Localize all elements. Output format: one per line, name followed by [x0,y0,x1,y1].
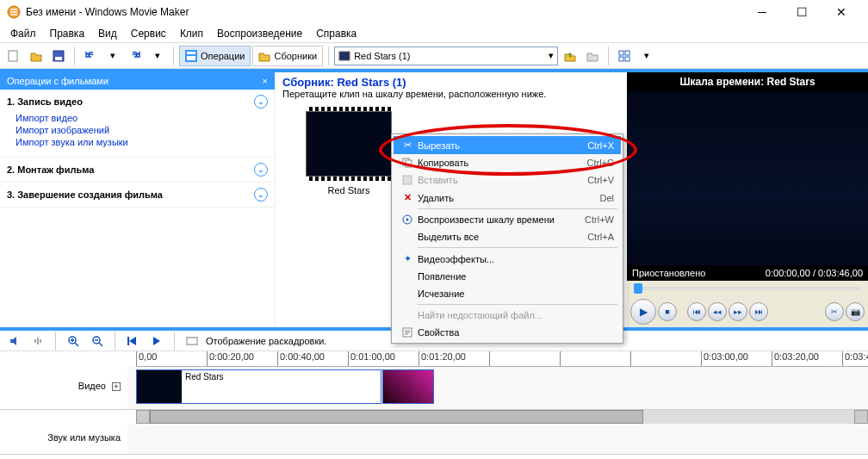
minimize-button[interactable]: ─ [742,0,782,24]
separator [55,332,56,350]
svg-rect-9 [625,51,629,55]
tasks-header-label: Операции с фильмами [7,76,108,86]
ruler-tick: 0:01:20,00 [418,351,489,366]
view-drop[interactable]: ▾ [636,46,657,66]
cm-fade-out[interactable]: Исчезание [394,285,621,302]
split-button[interactable]: ✂ [825,302,844,321]
task-section-1[interactable]: 1. Запись видео ⌄ [7,95,268,109]
cm-fade-in[interactable]: Появление [394,268,621,285]
link-import-video[interactable]: Импорт видео [16,112,268,124]
video-track-content[interactable]: Red Stars [127,367,868,409]
menu-clip[interactable]: Клип [173,25,210,42]
time-text: 0:00:00,00 / 0:03:46,00 [766,268,863,278]
task-section-3[interactable]: 3. Завершение создания фильма ⌄ [7,188,268,202]
ruler-tick [630,351,701,366]
ruler-tick: 0:03:20,00 [772,351,842,366]
play-button[interactable]: ▶ [630,299,656,325]
new-button[interactable] [3,46,24,66]
step-fwd-button[interactable]: ▸▸ [728,302,747,321]
task-section-2[interactable]: 2. Монтаж фильма ⌄ [7,163,268,177]
cm-video-effects[interactable]: ✦ Видеоэффекты... [394,250,621,268]
menu-help[interactable]: Справка [309,25,363,42]
view-mode-button[interactable] [614,46,635,66]
save-button[interactable] [48,46,69,66]
video-track: Видео + Red Stars [0,367,868,410]
status-text: Приостановлено [632,268,705,278]
menu-service[interactable]: Сервис [124,25,173,42]
thumbnail-frame [306,111,392,177]
preview-canvas[interactable] [627,91,868,265]
menu-edit[interactable]: Правка [43,25,92,42]
new-folder-button[interactable] [582,46,603,66]
undo-drop[interactable]: ▾ [102,46,123,66]
audio-track-content[interactable] [127,424,868,454]
storyboard-icon[interactable] [182,331,202,351]
cm-properties[interactable]: Свойства [394,324,621,341]
audio-levels-button[interactable] [28,331,48,351]
clip-thumbnail[interactable]: Red Stars [301,111,396,195]
clip-thumb [383,370,433,403]
collection-combo[interactable]: Red Stars (1) ▾ [334,47,558,65]
collections-toggle[interactable]: Сборники [252,46,323,66]
rewind-button[interactable] [122,331,143,351]
zoom-out-button[interactable] [87,331,108,351]
section3-title: 3. Завершение создания фильма [7,189,163,200]
prev-clip-button[interactable]: ⏮ [687,302,706,321]
expand-track-icon[interactable]: + [112,382,121,391]
next-clip-button[interactable]: ⏭ [749,302,768,321]
section1-title: 1. Запись видео [7,96,83,107]
close-button[interactable]: ✕ [822,0,861,24]
cm-cut[interactable]: ✂ Вырезать Ctrl+X [394,136,621,154]
step-back-button[interactable]: ◂◂ [708,302,727,321]
redo-drop[interactable]: ▾ [147,46,168,66]
seek-thumb[interactable] [634,283,642,294]
scroll-left-button[interactable] [136,410,150,424]
svg-rect-7 [339,52,350,60]
maximize-button[interactable]: ☐ [782,0,822,24]
svg-rect-18 [403,176,412,184]
separator [173,47,174,65]
thumbnail-label: Red Stars [301,185,396,195]
storyboard-label[interactable]: Отображение раскадровки. [206,336,326,346]
svg-rect-1 [9,51,17,61]
open-button[interactable] [26,46,46,66]
ruler-tick: 0:00:40,00 [277,351,348,366]
separator [115,332,115,350]
separator [418,304,617,305]
cm-copy[interactable]: Копировать Ctrl+C [394,154,621,171]
properties-icon [397,327,418,338]
separator [608,47,609,65]
play-icon [397,214,418,225]
zoom-in-button[interactable] [63,331,84,351]
undo-button[interactable] [80,46,101,66]
scroll-thumb[interactable] [150,410,643,424]
timeline-ruler[interactable]: 0,000:00:20,000:00:40,000:01:00,000:01:2… [136,351,868,367]
menu-playback[interactable]: Воспроизведение [210,25,309,42]
menu-file[interactable]: Файл [3,25,43,42]
audio-track: Звук или музыка [0,424,868,455]
cm-select-all[interactable]: Выделить все Ctrl+A [394,228,621,245]
delete-icon: ✕ [397,192,418,203]
preview-panel: Шкала времени: Red Stars Приостановлено … [627,72,868,327]
cm-find-missing: Найти недостающий файл... [394,307,621,324]
preview-seekbar[interactable] [627,281,868,296]
cm-delete[interactable]: ✕ Удалить Del [394,189,621,207]
scroll-right-button[interactable] [854,410,868,424]
up-level-button[interactable] [560,46,580,66]
link-import-audio[interactable]: Импорт звука или музыки [16,136,268,148]
tasks-close-icon[interactable]: × [263,76,268,86]
stop-button[interactable]: ■ [658,302,677,321]
cm-play-timeline[interactable]: Воспроизвести шкалу времени Ctrl+W [394,211,621,228]
narrate-button[interactable] [3,331,24,351]
h-scrollbar[interactable] [136,410,868,424]
scissors-icon: ✂ [397,140,418,151]
collections-label: Сборники [274,51,317,61]
link-import-images[interactable]: Импорт изображений [16,124,268,136]
play-timeline-button[interactable] [146,331,167,351]
timeline-clip-1[interactable]: Red Stars [136,369,381,404]
timeline-clip-2[interactable] [382,369,434,404]
redo-button[interactable] [125,46,146,66]
snapshot-button[interactable]: 📷 [846,302,865,321]
menu-view[interactable]: Вид [91,25,124,42]
operations-toggle[interactable]: Операции [179,46,251,66]
